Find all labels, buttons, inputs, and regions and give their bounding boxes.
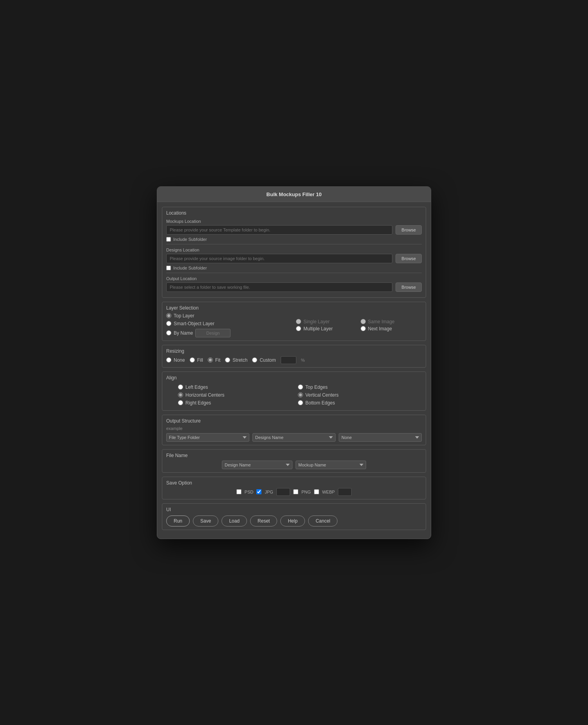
resize-options-row: None Fill Fit Stretch Custom	[166, 356, 422, 364]
fill-resize-row: Fill	[190, 357, 203, 363]
output-structure-label: Output Structure	[166, 418, 422, 424]
save-option-section: Save Option PSD JPG 12 PNG WEBP 100	[162, 477, 426, 499]
fit-resize-row: Fit	[208, 357, 220, 363]
vcenter-radio[interactable]	[298, 392, 303, 397]
mockups-subfolder-checkbox[interactable]	[166, 237, 171, 242]
designs-location-label: Designs Location	[166, 247, 422, 252]
mockups-input-row: Browse	[166, 225, 422, 235]
ui-buttons-container: Run Save Load Reset Help Cancel	[166, 516, 422, 526]
mockups-path-input[interactable]	[166, 225, 392, 235]
layer-right-options: Single Layer Same Image Multiple Layer	[296, 313, 422, 337]
designs-subfolder-checkbox[interactable]	[166, 266, 171, 270]
mockups-browse-button[interactable]: Browse	[396, 225, 422, 235]
mockups-subfolder-label: Include Subfolder	[173, 237, 207, 242]
psd-label: PSD	[245, 490, 254, 494]
next-image-label: Next Image	[368, 326, 392, 332]
output-folder2-select[interactable]: Designs Name Design Name Mockup Name Non…	[252, 433, 336, 442]
top-layer-row: Top Layer	[166, 313, 292, 319]
same-image-radio[interactable]	[361, 319, 366, 324]
single-layer-radio[interactable]	[296, 319, 301, 324]
save-button[interactable]: Save	[193, 516, 218, 526]
smart-layer-row: Smart-Object Layer	[166, 321, 292, 326]
jpg-checkbox[interactable]	[256, 489, 261, 494]
align-section: Align Left Edges Top Edges Horizontal Ce…	[162, 372, 426, 411]
bottom-edges-label: Bottom Edges	[305, 400, 335, 406]
run-button[interactable]: Run	[166, 516, 190, 526]
hcenter-label: Horizontal Centers	[185, 392, 224, 398]
designs-browse-button[interactable]: Browse	[396, 254, 422, 263]
none-resize-row: None	[166, 357, 185, 363]
content-area: Locations Mockups Location Browse Includ…	[157, 202, 431, 539]
layer-selection-label: Layer Selection	[166, 305, 422, 311]
designs-path-input[interactable]	[166, 254, 392, 263]
layer-name-input[interactable]	[195, 329, 230, 337]
png-label: PNG	[301, 490, 311, 494]
next-image-row: Next Image	[361, 326, 422, 332]
designs-input-row: Browse	[166, 254, 422, 263]
cancel-button[interactable]: Cancel	[308, 516, 338, 526]
multiple-layer-radio[interactable]	[296, 326, 301, 331]
right-edges-row: Right Edges	[178, 400, 290, 406]
vcenter-label: Vertical Centers	[305, 392, 339, 398]
top-edges-radio[interactable]	[298, 384, 303, 390]
output-structure-section: Output Structure example File Type Folde…	[162, 415, 426, 445]
none-resize-label: None	[174, 357, 185, 363]
custom-resize-radio[interactable]	[252, 357, 257, 362]
filename-dropdowns-row: Design Name Mockup Name Custom Mockup Na…	[166, 461, 422, 469]
help-button[interactable]: Help	[280, 516, 305, 526]
vcenter-row: Vertical Centers	[298, 392, 410, 398]
reset-button[interactable]: Reset	[250, 516, 277, 526]
same-image-row: Same Image	[361, 319, 422, 324]
jpg-quality-input[interactable]: 12	[276, 488, 290, 496]
byname-layer-radio[interactable]	[166, 330, 171, 335]
single-layer-label: Single Layer	[303, 319, 330, 324]
fit-resize-radio[interactable]	[208, 357, 213, 362]
load-button[interactable]: Load	[221, 516, 247, 526]
output-dropdowns-row: File Type Folder Design Name Mockup Name…	[166, 433, 422, 442]
layer-options-container: Top Layer Smart-Object Layer By Name	[166, 313, 422, 337]
custom-percent-input[interactable]: 100	[281, 356, 296, 364]
top-edges-row: Top Edges	[298, 384, 410, 390]
example-label: example	[166, 426, 422, 431]
output-location-label: Output Location	[166, 275, 422, 281]
mockups-subfolder-row: Include Subfolder	[166, 237, 422, 242]
none-resize-radio[interactable]	[166, 357, 171, 362]
multiple-layer-label: Multiple Layer	[303, 326, 333, 332]
designs-subfolder-row: Include Subfolder	[166, 266, 422, 270]
png-checkbox[interactable]	[293, 489, 298, 494]
stretch-resize-radio[interactable]	[225, 357, 230, 362]
output-browse-button[interactable]: Browse	[396, 282, 422, 292]
left-edges-radio[interactable]	[178, 384, 183, 390]
fill-resize-radio[interactable]	[190, 357, 195, 362]
next-image-radio[interactable]	[361, 326, 366, 331]
hcenter-row: Horizontal Centers	[178, 392, 290, 398]
smart-layer-radio[interactable]	[166, 321, 171, 326]
ui-section: UI Run Save Load Reset Help Cancel	[162, 503, 426, 530]
webp-quality-input[interactable]: 100	[338, 488, 352, 496]
same-image-label: Same Image	[368, 319, 395, 324]
top-layer-radio[interactable]	[166, 313, 171, 318]
output-folder3-select[interactable]: None File Type Folder Design Name Mockup…	[339, 433, 422, 442]
align-options-grid: Left Edges Top Edges Horizontal Centers …	[166, 383, 422, 407]
top-layer-label: Top Layer	[174, 313, 194, 319]
designs-subfolder-label: Include Subfolder	[173, 266, 207, 270]
window-title: Bulk Mockups Filler 10	[267, 191, 322, 197]
fit-resize-label: Fit	[215, 357, 220, 363]
right-edges-radio[interactable]	[178, 400, 183, 405]
webp-checkbox[interactable]	[314, 489, 319, 494]
hcenter-radio[interactable]	[178, 392, 183, 397]
filename-select1[interactable]: Design Name Mockup Name Custom	[222, 461, 292, 469]
filename-select2[interactable]: Mockup Name Design Name Custom	[296, 461, 366, 469]
single-layer-row: Single Layer	[296, 319, 358, 324]
output-path-input[interactable]	[166, 282, 392, 292]
byname-layer-label: By Name	[174, 330, 193, 336]
multiple-layer-row: Multiple Layer	[296, 326, 358, 332]
left-edges-row: Left Edges	[178, 384, 290, 390]
smart-layer-label: Smart-Object Layer	[174, 321, 214, 326]
left-edges-label: Left Edges	[185, 384, 208, 390]
psd-checkbox[interactable]	[236, 489, 241, 494]
output-folder1-select[interactable]: File Type Folder Design Name Mockup Name…	[166, 433, 249, 442]
layer-selection-section: Layer Selection Top Layer Smart-Object L…	[162, 302, 426, 341]
bottom-edges-radio[interactable]	[298, 400, 303, 405]
file-name-label: File Name	[166, 453, 422, 458]
